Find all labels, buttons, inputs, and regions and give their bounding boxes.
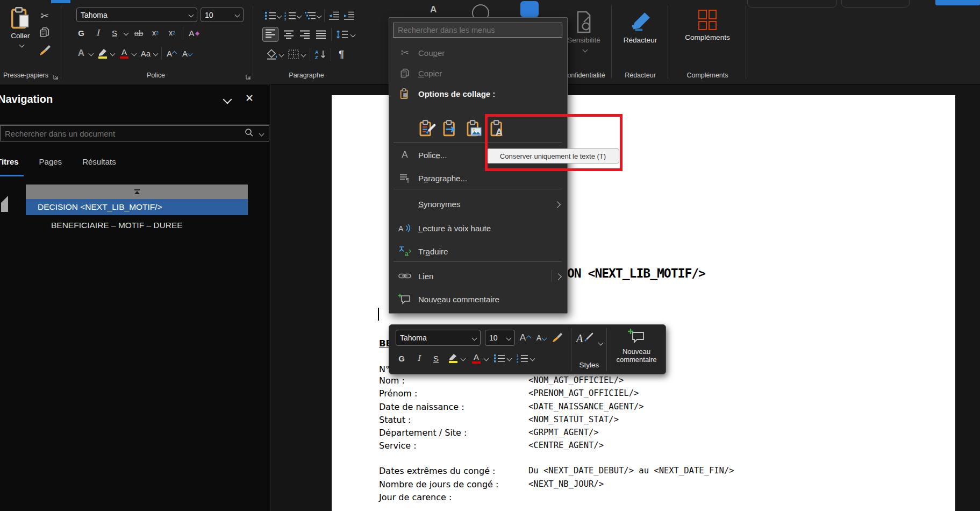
strikethrough-button[interactable]: ab (133, 26, 145, 40)
align-left-button[interactable] (262, 27, 278, 42)
line-spacing-button[interactable] (336, 27, 349, 41)
menu-search-box[interactable] (393, 23, 562, 38)
menu-item-translate[interactable]: a Traduire (389, 242, 567, 260)
menu-item-paste-options: Options de collage : (389, 84, 567, 103)
mini-numbering-chevron-icon[interactable] (530, 356, 535, 361)
menu-item-synonyms[interactable]: Synonymes (389, 195, 567, 213)
mini-underline-button[interactable]: S (430, 351, 442, 366)
align-right-button[interactable] (299, 27, 311, 41)
mini-styles-button[interactable]: A Styles (572, 329, 606, 371)
bullets-chevron-icon[interactable] (277, 13, 282, 18)
align-center-button[interactable] (283, 27, 295, 41)
addins-button[interactable]: Compléments (681, 10, 734, 41)
grow-font-button[interactable]: A (166, 46, 177, 60)
italic-button[interactable]: I (92, 26, 104, 40)
mini-highlight-chevron-icon[interactable] (461, 356, 466, 361)
menu-item-read-aloud[interactable]: A Lecture à voix haute (389, 219, 567, 237)
mini-grow-font-button[interactable]: A (519, 330, 531, 345)
font-name-combo[interactable]: Tahoma (76, 8, 197, 22)
mini-shrink-font-button[interactable]: A (535, 330, 547, 345)
borders-button[interactable] (288, 47, 299, 61)
field-value: <DATE_NAISSANCE_AGENT/> (528, 402, 644, 411)
highlight-chevron-icon[interactable] (110, 51, 116, 56)
mini-bold-button[interactable]: G (396, 351, 407, 366)
navigation-search-input[interactable] (1, 129, 245, 138)
mini-highlight-button[interactable] (447, 351, 459, 366)
mini-new-comment-button[interactable]: Nouveau commentaire (607, 328, 666, 372)
superscript-button[interactable]: x2 (166, 26, 178, 40)
font-color-chevron-icon[interactable] (132, 51, 137, 56)
highlight-color-button[interactable] (97, 46, 109, 60)
mini-numbering-button[interactable]: 123 (517, 351, 528, 366)
mini-format-painter-button[interactable] (552, 330, 563, 345)
font-size-combo[interactable]: 10 (201, 8, 244, 22)
mini-italic-button[interactable]: I (413, 351, 425, 366)
borders-chevron-icon[interactable] (301, 52, 306, 57)
multilevel-list-button[interactable] (304, 9, 316, 23)
paste-dropdown-chevron-icon[interactable] (19, 42, 25, 48)
bullets-button[interactable] (264, 9, 276, 23)
svg-text:¶: ¶ (406, 177, 409, 183)
navigation-collapse-chevron-icon[interactable] (223, 95, 232, 104)
show-formatting-button[interactable]: ¶ (335, 47, 347, 61)
increase-indent-button[interactable] (343, 9, 355, 23)
text-effects-chevron-icon[interactable] (89, 51, 94, 56)
paste-keep-text-only-button[interactable]: A (488, 119, 507, 138)
search-options-chevron-icon[interactable] (259, 131, 264, 136)
tab-resultats[interactable]: Résultats (82, 157, 116, 166)
paste-keep-source-formatting-button[interactable] (417, 119, 437, 138)
paste-merge-formatting-button[interactable] (441, 119, 460, 138)
numbering-button[interactable]: 123 (284, 9, 296, 23)
bold-button[interactable]: G (75, 26, 87, 40)
font-dialog-launcher[interactable] (245, 73, 252, 82)
sort-button[interactable]: AZ (314, 47, 326, 61)
shading-chevron-icon[interactable] (279, 52, 284, 57)
format-painter-button[interactable] (39, 44, 52, 58)
mini-bullets-chevron-icon[interactable] (507, 356, 512, 361)
scroll-to-top-bar[interactable] (26, 184, 248, 199)
mini-font-size-combo[interactable]: 10 (485, 330, 515, 346)
cut-button[interactable]: ✂ (39, 9, 51, 23)
addins-group-label: Compléments (677, 72, 738, 79)
paste-button[interactable]: Coller (5, 6, 35, 47)
justify-button[interactable] (315, 27, 327, 41)
underline-chevron-icon[interactable] (124, 30, 129, 36)
new-comment-icon (627, 328, 646, 346)
mini-font-color-chevron-icon[interactable] (484, 356, 489, 361)
nav-heading-selected[interactable]: DECISION <NEXT_LIB_MOTIF/> (26, 199, 248, 215)
menu-item-paragraph[interactable]: ¶ Paragraphe... (389, 169, 567, 187)
mini-font-name-combo[interactable]: Tahoma (396, 330, 481, 346)
shrink-font-button[interactable]: A (181, 46, 193, 60)
change-case-chevron-icon[interactable] (153, 51, 159, 56)
editor-button[interactable]: Rédacteur (619, 10, 661, 44)
heading-expand-triangle-icon[interactable] (1, 203, 8, 212)
copy-button[interactable] (39, 26, 51, 40)
numbering-chevron-icon[interactable] (297, 13, 302, 18)
shading-button[interactable] (266, 47, 277, 61)
font-color-button[interactable]: A (118, 46, 130, 60)
menu-item-new-comment[interactable]: Nouveau commentaire (389, 290, 567, 308)
line-spacing-icon (336, 30, 349, 39)
decrease-indent-button[interactable] (328, 9, 340, 23)
mini-font-color-button[interactable]: A (470, 351, 482, 366)
clear-formatting-button[interactable]: A◆ (188, 26, 200, 40)
line-spacing-chevron-icon[interactable] (350, 32, 356, 37)
search-icon[interactable] (245, 128, 254, 139)
mini-bullets-button[interactable] (493, 351, 505, 366)
menu-search-input[interactable] (394, 26, 562, 34)
change-case-button[interactable]: Aa (140, 46, 152, 60)
navigation-close-icon[interactable]: ✕ (245, 92, 254, 104)
clipboard-dialog-launcher[interactable] (53, 73, 59, 82)
tab-titres[interactable]: Titres (0, 157, 19, 166)
sensitivity-button[interactable]: Sensibilité (569, 10, 599, 52)
multilevel-chevron-icon[interactable] (317, 13, 322, 18)
svg-text:A: A (315, 49, 319, 55)
nav-heading-child[interactable]: BENEFICIAIRE – MOTIF – DUREE (51, 218, 183, 232)
paste-picture-button[interactable] (464, 119, 484, 138)
tab-pages[interactable]: Pages (39, 157, 62, 166)
underline-button[interactable]: S (109, 26, 120, 40)
navigation-search-box[interactable] (0, 125, 269, 141)
menu-item-link[interactable]: Lien (389, 267, 567, 285)
text-effects-button[interactable]: A (75, 46, 87, 60)
subscript-button[interactable]: x2 (149, 26, 161, 40)
